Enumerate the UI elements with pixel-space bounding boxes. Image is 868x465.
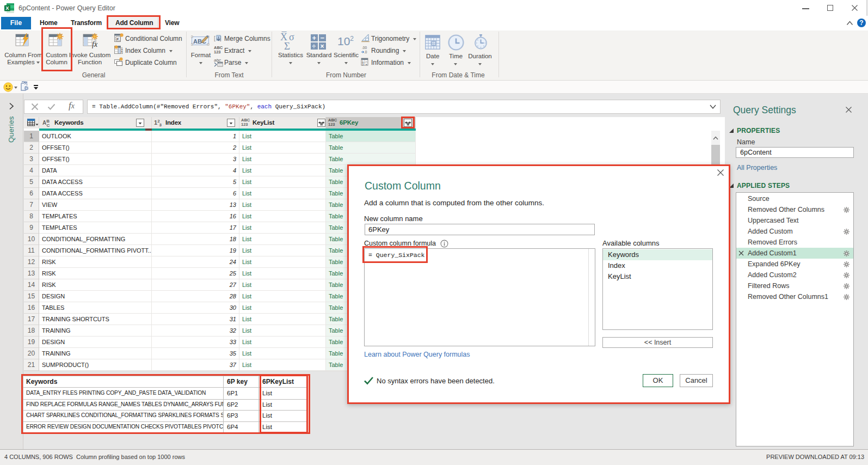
svg-text:3: 3 <box>121 52 123 54</box>
svg-text:[: [ <box>214 35 216 41</box>
svg-text:fx: fx <box>92 40 98 48</box>
svg-text:+: + <box>312 34 317 42</box>
svg-text:÷: ÷ <box>312 42 316 50</box>
svg-text:.0: .0 <box>364 50 367 54</box>
svg-text:X: X <box>5 5 9 11</box>
svg-text:Σ: Σ <box>284 40 290 50</box>
svg-text:−: − <box>321 34 325 42</box>
svg-text:+: + <box>366 63 368 66</box>
svg-text:≠: ≠ <box>116 36 119 41</box>
svg-text:×: × <box>321 42 324 50</box>
svg-text:3: 3 <box>362 63 364 66</box>
svg-text:.00: .00 <box>362 46 367 50</box>
